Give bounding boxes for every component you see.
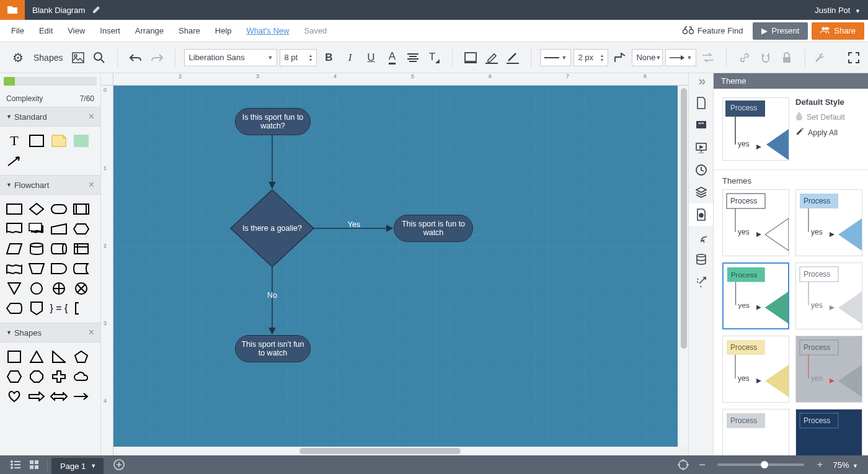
dock-tab-layers[interactable]	[689, 181, 714, 203]
h-scrollbar[interactable]	[113, 447, 679, 455]
document-title[interactable]: Blank Diagram	[25, 6, 92, 15]
predefined-shape[interactable]	[71, 200, 92, 218]
octagon-shape[interactable]	[26, 367, 47, 386]
line-routing-button[interactable]	[611, 48, 629, 67]
dock-tab-theme[interactable]	[689, 203, 714, 226]
link-button[interactable]	[735, 48, 754, 67]
database-shape[interactable]	[26, 239, 47, 258]
theme-option[interactable]: Processyes	[795, 189, 862, 256]
menu-share[interactable]: Share	[171, 20, 208, 42]
hexagon-shape[interactable]	[4, 367, 25, 386]
present-button[interactable]: ▶ Present	[753, 22, 808, 40]
target-icon[interactable]	[674, 459, 693, 470]
bold-button[interactable]: B	[319, 48, 338, 67]
papertape-shape[interactable]	[4, 259, 25, 278]
line-color-button[interactable]	[503, 48, 522, 67]
arrow-end-select[interactable]: ▼	[665, 49, 696, 66]
share-button[interactable]: Share	[812, 22, 864, 40]
pencil-icon[interactable]	[92, 5, 101, 16]
wrench-icon[interactable]	[810, 48, 829, 67]
font-family-select[interactable]: Liberation Sans ▼	[184, 49, 277, 66]
arrow-shape[interactable]	[4, 151, 25, 170]
square-shape[interactable]	[4, 347, 25, 366]
dock-tab-data[interactable]	[689, 248, 714, 271]
menu-insert[interactable]: Insert	[92, 20, 128, 42]
merge-shape[interactable]	[4, 279, 25, 298]
terminator-shape[interactable]	[48, 200, 69, 218]
text-tool-button[interactable]: T◢	[425, 48, 443, 67]
theme-option[interactable]: Processyes	[722, 336, 789, 403]
line-width-stepper[interactable]: 2 px ▲▼	[574, 49, 608, 66]
dock-tab-page[interactable]	[689, 92, 714, 114]
right-arrow-shape[interactable]	[26, 387, 47, 406]
line-arrow-shape[interactable]	[71, 387, 92, 406]
fill-color-button[interactable]	[461, 48, 480, 67]
magnet-icon[interactable]	[756, 48, 775, 67]
manual-op-shape[interactable]	[26, 259, 47, 278]
text-tool-shape[interactable]: T	[4, 132, 25, 150]
lock-icon[interactable]	[777, 48, 796, 67]
diagram-page[interactable]: Is there a goalie? Yes No Is this sport …	[113, 86, 678, 452]
page-tab[interactable]: Page 1 ▼	[51, 458, 104, 474]
redo-button[interactable]	[148, 48, 166, 67]
arrow-start-select[interactable]: None ▼	[632, 49, 663, 66]
line-style-select[interactable]: ▼	[540, 49, 571, 66]
apply-all-button[interactable]: Apply All	[795, 127, 845, 138]
start-node[interactable]: Is this sport fun to watch?	[235, 108, 311, 135]
rect-shape[interactable]	[26, 132, 47, 150]
zoom-out-button[interactable]: −	[693, 458, 711, 472]
theme-option[interactable]: Processyes	[795, 336, 862, 403]
dock-tab-magic[interactable]	[689, 271, 714, 293]
swap-arrows-button[interactable]	[699, 48, 717, 67]
close-icon[interactable]: ×	[89, 179, 94, 190]
text-align-button[interactable]	[404, 48, 422, 67]
block-shape[interactable]	[71, 132, 92, 150]
dock-tab-present[interactable]	[689, 136, 714, 159]
zoom-level[interactable]: 75% ▼	[829, 460, 862, 470]
zoom-in-button[interactable]: +	[810, 459, 829, 470]
gear-icon[interactable]	[9, 48, 27, 67]
menu-whats-new[interactable]: What's New	[239, 20, 297, 42]
border-color-button[interactable]	[482, 48, 501, 67]
search-icon[interactable]	[90, 48, 108, 67]
menu-view[interactable]: View	[60, 20, 92, 42]
process-shape[interactable]	[4, 200, 25, 218]
offpage-shape[interactable]	[26, 299, 47, 318]
heart-shape[interactable]	[4, 387, 25, 406]
theme-option[interactable]: Process	[795, 409, 862, 455]
menu-edit[interactable]: Edit	[32, 20, 60, 42]
fun-node[interactable]: This sport is fun to watch	[394, 215, 473, 242]
canvas-area[interactable]: 2 3 4 5 6 7 8 0 1 2 3 4	[101, 73, 688, 455]
close-icon[interactable]: ×	[89, 327, 94, 338]
dock-collapse-button[interactable]	[689, 76, 714, 88]
feature-find-button[interactable]: Feature Find	[676, 25, 750, 36]
user-menu[interactable]: Justin Pot ▼	[807, 6, 868, 15]
dock-tab-comments[interactable]: ❝❞	[689, 114, 714, 136]
section-flowchart[interactable]: ▼ Flowchart ×	[0, 175, 100, 195]
pentagon-shape[interactable]	[71, 347, 92, 366]
grid-view-icon[interactable]	[25, 460, 43, 469]
dock-tab-history[interactable]	[689, 159, 714, 181]
font-size-stepper[interactable]: 8 pt ▲▼	[280, 49, 317, 66]
triangle-shape[interactable]	[26, 347, 47, 366]
undo-button[interactable]	[126, 48, 145, 67]
not-fun-node[interactable]: This sport isn't fun to watch	[235, 335, 311, 362]
theme-option[interactable]: Processyes	[795, 262, 862, 329]
menu-arrange[interactable]: Arrange	[128, 20, 171, 42]
fullscreen-button[interactable]	[844, 48, 863, 67]
set-default-button[interactable]: Set Default	[795, 112, 845, 122]
or-shape[interactable]	[48, 279, 69, 298]
sum-junction-shape[interactable]	[71, 279, 92, 298]
internal-storage-shape[interactable]	[71, 239, 92, 258]
double-arrow-shape[interactable]	[48, 387, 69, 406]
decision-shape[interactable]	[26, 200, 47, 218]
cross-shape[interactable]	[48, 367, 69, 386]
menu-file[interactable]: File	[4, 20, 32, 42]
theme-option[interactable]: Processyes	[722, 262, 789, 329]
menu-help[interactable]: Help	[208, 20, 239, 42]
note-shape[interactable]	[48, 132, 69, 150]
direct-data-shape[interactable]	[48, 239, 69, 258]
connector-shape[interactable]	[26, 279, 47, 298]
section-standard[interactable]: ▼ Standard ×	[0, 107, 100, 127]
stored-data-shape[interactable]	[71, 259, 92, 278]
